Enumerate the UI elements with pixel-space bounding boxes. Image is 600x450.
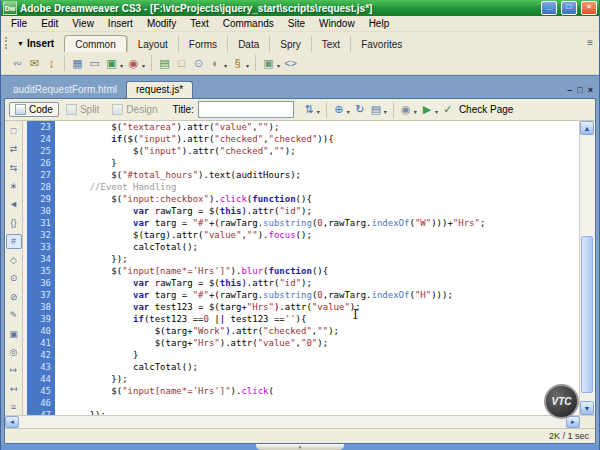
code-line-41[interactable]: 41 $(targ+"Hrs").attr("value","0"); [23,337,579,349]
image-icon[interactable]: ▣ [103,55,120,71]
line-number[interactable]: 46 [23,397,55,409]
server-include-icon[interactable]: □ [173,55,190,71]
code-line-31[interactable]: 31 var targ = "#"+(rawTarg.substring(0,r… [23,217,579,229]
templates-icon[interactable]: ▣ [260,55,277,71]
code-line-28[interactable]: 28 //Event Handling [23,181,579,193]
date-icon[interactable]: ▤ [156,55,173,71]
hyperlink-icon[interactable]: ∾ [9,55,26,71]
restore-button[interactable]: □ [561,1,577,15]
validate-markup-icon[interactable]: ▶ [419,102,435,118]
code-line-25[interactable]: 25 $("input").attr("checked",""); [23,145,579,157]
code-line-47[interactable]: 47 }); [23,409,579,415]
view-options-icon-dropdown[interactable]: ▾ [384,108,387,115]
expand-all-icon[interactable]: ∗ [6,178,22,193]
line-number[interactable]: 45 [23,385,55,397]
line-number[interactable]: 38 [23,301,55,313]
line-number[interactable]: 41 [23,337,55,349]
visual-aids-icon-dropdown[interactable]: ▾ [414,108,417,115]
email-link-icon[interactable]: ✉ [26,55,43,71]
code-line-39[interactable]: 39 if(test123 ==0 || test123 ==''){ [23,313,579,325]
code-line-34[interactable]: 34 }); [23,253,579,265]
line-number[interactable]: 26 [23,157,55,169]
scroll-right-icon[interactable]: ► [566,416,580,428]
menu-modify[interactable]: Modify [140,18,183,29]
highlight-invalid-code-icon[interactable]: ◇ [6,252,22,267]
collapse-full-tag-icon[interactable]: ⇄ [6,141,22,156]
doc-restore-button[interactable]: □ [577,85,582,95]
tag-chooser-icon[interactable]: <> [282,55,299,71]
menu-edit[interactable]: Edit [34,18,65,29]
line-number[interactable]: 43 [23,361,55,373]
line-number[interactable]: 36 [23,277,55,289]
code-editor[interactable]: 23 $("textarea").attr("value","");24 if(… [23,121,579,415]
doc-tab-auditrequestform-html[interactable]: auditRequestForm.html [4,82,126,98]
code-line-26[interactable]: 26 } [23,157,579,169]
insert-panel-label[interactable]: ▼ Insert [15,38,64,52]
line-number[interactable]: 25 [23,145,55,157]
move-css-icon[interactable]: ◎ [6,344,22,359]
check-page-icon[interactable]: ✓ [440,102,456,118]
line-number[interactable]: 39 [23,313,55,325]
code-line-33[interactable]: 33 calcTotal(); [23,241,579,253]
format-source-icon[interactable]: ≡ [6,400,22,415]
line-number[interactable]: 31 [23,217,55,229]
insert-tab-spry[interactable]: Spry [269,36,311,52]
line-number[interactable]: 27 [23,169,55,181]
line-number[interactable]: 23 [23,121,55,133]
code-line-24[interactable]: 24 if($("input").attr("checked","checked… [23,133,579,145]
menu-help[interactable]: Help [362,18,397,29]
table-icon[interactable]: ▦ [69,55,86,71]
head-content-icon-dropdown[interactable]: ▾ [224,62,227,69]
refresh-icon[interactable]: ↻ [352,102,368,118]
visual-aids-icon[interactable]: ◉ [398,102,414,118]
view-options-icon[interactable]: ▤ [368,102,384,118]
indent-code-icon[interactable]: ↦ [6,363,22,378]
named-anchor-icon[interactable]: ↨ [43,55,60,71]
code-line-44[interactable]: 44 }); [23,373,579,385]
vertical-scroll-thumb[interactable] [581,236,593,394]
line-number[interactable]: 24 [23,133,55,145]
recent-snippets-icon[interactable]: ▣ [6,326,22,341]
line-number[interactable]: 37 [23,289,55,301]
apply-comment-icon[interactable]: ⊙ [6,271,22,286]
code-line-32[interactable]: 32 $(targ).attr("value","").focus(); [23,229,579,241]
code-line-35[interactable]: 35 $("input[name*='Hrs']").blur(function… [23,265,579,277]
insert-tab-text[interactable]: Text [311,36,350,52]
check-page-label[interactable]: Check Page [459,104,513,115]
image-icon-dropdown[interactable]: ▾ [120,62,123,69]
line-number[interactable]: 47 [23,409,55,415]
menu-text[interactable]: Text [183,18,215,29]
scroll-up-icon[interactable]: ▲ [580,121,594,135]
line-number[interactable]: 28 [23,181,55,193]
split-view-button[interactable]: Split [60,102,105,117]
doc-close-button[interactable]: × [588,85,593,95]
open-documents-icon[interactable]: □ [6,123,22,138]
menu-file[interactable]: File [4,18,34,29]
insert-div-icon[interactable]: ▭ [86,55,103,71]
line-number[interactable]: 34 [23,253,55,265]
balance-braces-icon[interactable]: {} [6,215,22,230]
code-line-29[interactable]: 29 $("input:checkbox").click(function(){ [23,193,579,205]
code-line-43[interactable]: 43 calcTotal(); [23,361,579,373]
validate-markup-icon-dropdown[interactable]: ▾ [435,108,438,115]
line-number[interactable]: 29 [23,193,55,205]
select-parent-tag-icon[interactable]: ◄ [6,197,22,212]
line-number[interactable]: 32 [23,229,55,241]
menu-site[interactable]: Site [281,18,312,29]
line-number[interactable]: 44 [23,373,55,385]
menu-commands[interactable]: Commands [216,18,281,29]
code-view-button[interactable]: Code [9,102,59,117]
media-icon-dropdown[interactable]: ▾ [142,62,145,69]
browser-check-icon[interactable]: ⇅ [301,102,317,118]
code-line-36[interactable]: 36 var rawTarg = $(this).attr("id"); [23,277,579,289]
preview-browser-icon[interactable]: ⊕ [331,102,347,118]
code-line-27[interactable]: 27 $("#total_hours").text(auditHours); [23,169,579,181]
scroll-left-icon[interactable]: ◄ [5,416,19,428]
insert-tab-layout[interactable]: Layout [127,36,178,52]
head-content-icon[interactable]: ◐ [207,55,224,71]
browser-check-icon-dropdown[interactable]: ▾ [317,108,320,115]
close-button[interactable]: × [581,1,597,15]
outdent-code-icon[interactable]: ↤ [6,381,22,396]
line-number[interactable]: 33 [23,241,55,253]
code-line-23[interactable]: 23 $("textarea").attr("value",""); [23,121,579,133]
